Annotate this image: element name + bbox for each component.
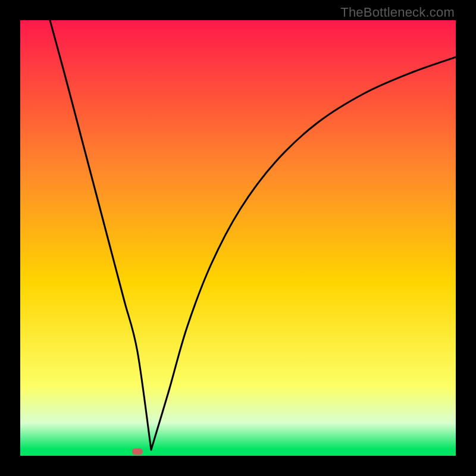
optimal-point-marker bbox=[132, 449, 143, 455]
bottleneck-curve bbox=[20, 20, 456, 456]
plot-frame bbox=[20, 20, 456, 456]
watermark-text: TheBottleneck.com bbox=[340, 5, 455, 20]
